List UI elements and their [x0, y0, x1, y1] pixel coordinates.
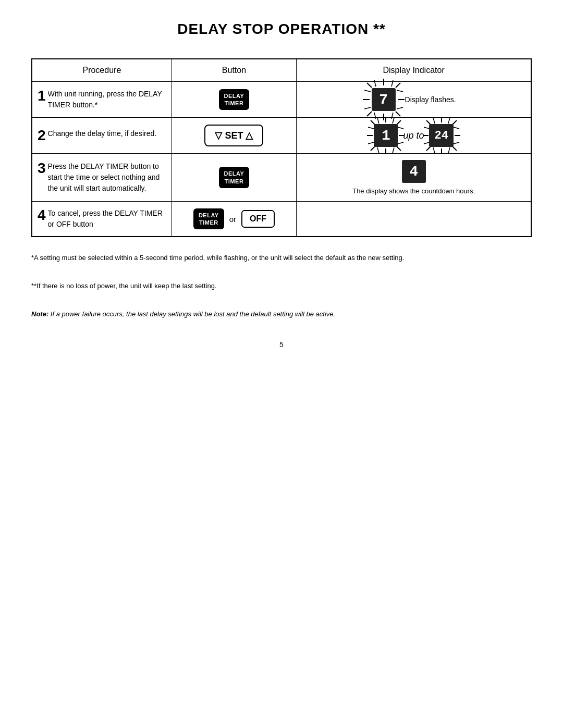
step4-button-row: DELAY TIMER or OFF — [177, 208, 291, 230]
svg-line-5 — [396, 112, 400, 116]
flash-display-left: 1 — [374, 124, 398, 147]
header-display: Display Indicator — [297, 59, 531, 82]
svg-line-28 — [393, 118, 394, 124]
instruction-table: Procedure Button Display Indicator 1 Wit… — [31, 58, 532, 237]
svg-line-12 — [391, 80, 393, 87]
step1-number: 1 — [38, 89, 46, 103]
display-digit-3: 4 — [402, 160, 426, 183]
step4-text: To cancel, press the DELAY TIMER or OFF … — [48, 208, 166, 230]
svg-line-44 — [448, 118, 450, 124]
step3-display: 4 — [302, 160, 525, 183]
svg-line-24 — [377, 118, 379, 124]
svg-line-11 — [397, 107, 403, 109]
flash-display-1: 7 — [372, 88, 396, 111]
svg-line-23 — [371, 146, 375, 151]
delay-timer-button-3: DELAY TIMER — [219, 167, 250, 188]
table-row: 3 Press the DELAY TIMER button to start … — [32, 154, 531, 202]
footnote-star1: *A setting must be selected within a 5-s… — [31, 253, 532, 264]
svg-line-21 — [397, 146, 401, 151]
page-title: DELAY STOP OPERATION ** — [31, 21, 532, 38]
footnote-note: Note: If a power failure occurs, the las… — [31, 309, 532, 320]
svg-line-39 — [426, 146, 431, 151]
display-flash-note-1: Display flashes. — [405, 95, 456, 104]
display-digit-left: 1 — [374, 124, 398, 147]
svg-line-31 — [398, 127, 403, 129]
step2-procedure: 2 Change the delay time, if desired. — [32, 118, 172, 154]
or-label: or — [229, 215, 236, 224]
table-row: 4 To cancel, press the DELAY TIMER or OF… — [32, 202, 531, 237]
svg-line-15 — [397, 90, 403, 92]
svg-line-42 — [424, 127, 430, 129]
svg-line-46 — [424, 142, 430, 144]
svg-line-26 — [368, 127, 374, 129]
table-row: 1 With unit running, press the DELAY TIM… — [32, 82, 531, 118]
flash-display-right: 24 — [429, 124, 453, 147]
svg-line-6 — [396, 83, 400, 88]
step2-display-cell: 1 up to — [297, 118, 531, 154]
note-label: Note: — [31, 310, 48, 318]
step4-button-cell: DELAY TIMER or OFF — [172, 202, 297, 237]
step1-display: 7 Display flashes. — [302, 88, 525, 111]
page-number: 5 — [31, 340, 532, 349]
svg-line-40 — [433, 118, 435, 124]
svg-line-25 — [393, 147, 394, 153]
off-button: OFF — [241, 210, 275, 228]
svg-line-30 — [368, 142, 374, 144]
step1-procedure: 1 With unit running, press the DELAY TIM… — [32, 82, 172, 118]
up-to-text: up to — [403, 130, 424, 141]
step4-number: 4 — [38, 208, 46, 223]
step3-button-cell: DELAY TIMER — [172, 154, 297, 202]
delay-timer-button-4: DELAY TIMER — [193, 208, 224, 230]
step2-number: 2 — [38, 128, 46, 143]
set-button: ▽ SET △ — [204, 125, 263, 146]
step4-procedure: 4 To cancel, press the DELAY TIMER or OF… — [32, 202, 172, 237]
header-procedure: Procedure — [32, 59, 172, 82]
step4-display-cell — [297, 202, 531, 237]
display-digit-right: 24 — [429, 124, 453, 147]
svg-line-45 — [433, 147, 435, 153]
svg-line-47 — [454, 127, 459, 129]
svg-line-41 — [448, 147, 450, 153]
svg-line-37 — [452, 146, 457, 151]
svg-line-27 — [398, 142, 403, 144]
svg-line-7 — [367, 112, 372, 116]
svg-line-10 — [364, 90, 371, 92]
svg-line-4 — [367, 83, 372, 88]
step3-text: Press the DELAY TIMER button to start th… — [48, 161, 166, 194]
svg-line-8 — [374, 80, 376, 87]
delay-timer-button-1: DELAY TIMER — [219, 89, 250, 110]
svg-line-43 — [454, 142, 459, 144]
header-button: Button — [172, 59, 297, 82]
svg-line-14 — [364, 107, 371, 109]
note-text: If a power failure occurs, the last dela… — [48, 310, 335, 318]
step3-display-cell: 4 The display shows the countdown hours. — [297, 154, 531, 202]
step3-procedure: 3 Press the DELAY TIMER button to start … — [32, 154, 172, 202]
svg-line-22 — [397, 120, 401, 125]
step2-button-cell: ▽ SET △ — [172, 118, 297, 154]
step1-button-cell: DELAY TIMER — [172, 82, 297, 118]
step2-display: 1 up to — [302, 124, 525, 147]
step3-display-note: The display shows the countdown hours. — [302, 187, 525, 195]
svg-line-29 — [377, 147, 379, 153]
display-digit-1: 7 — [372, 88, 396, 111]
step1-display-cell: 7 Display flashes. — [297, 82, 531, 118]
step1-text: With unit running, press the DELAY TIMER… — [48, 89, 166, 110]
footnote-star2: **If there is no loss of power, the unit… — [31, 281, 532, 292]
step2-text: Change the delay time, if desired. — [48, 128, 166, 139]
step3-number: 3 — [38, 161, 46, 176]
table-row: 2 Change the delay time, if desired. ▽ S… — [32, 118, 531, 154]
